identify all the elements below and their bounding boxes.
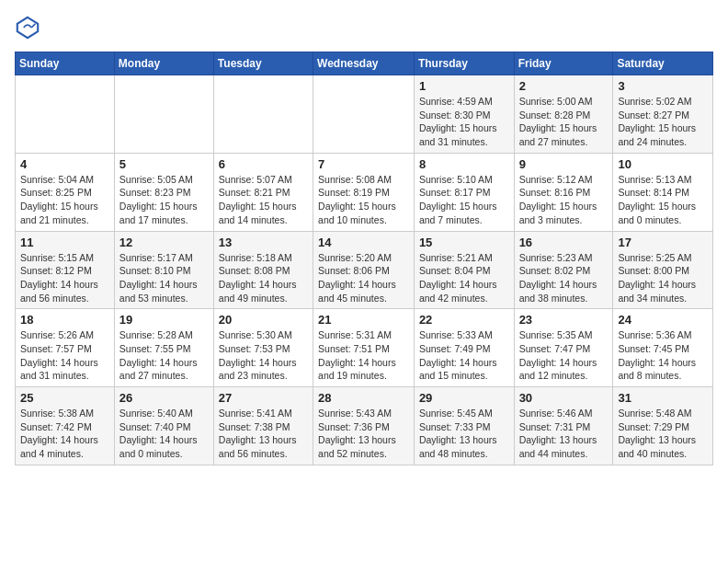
calendar-week-row: 25Sunrise: 5:38 AM Sunset: 7:42 PM Dayli… xyxy=(16,387,713,465)
calendar-cell xyxy=(16,75,115,154)
weekday-header: Saturday xyxy=(613,52,713,75)
weekday-header: Thursday xyxy=(414,52,514,75)
calendar-cell: 10Sunrise: 5:13 AM Sunset: 8:14 PM Dayli… xyxy=(613,153,713,231)
day-info: Sunrise: 5:20 AM Sunset: 8:06 PM Dayligh… xyxy=(318,251,409,305)
day-info: Sunrise: 5:25 AM Sunset: 8:00 PM Dayligh… xyxy=(618,251,708,305)
day-number: 5 xyxy=(119,157,209,171)
day-info: Sunrise: 5:23 AM Sunset: 8:02 PM Dayligh… xyxy=(519,251,609,305)
day-number: 12 xyxy=(119,236,209,249)
day-info: Sunrise: 5:46 AM Sunset: 7:31 PM Dayligh… xyxy=(519,407,609,461)
calendar-cell: 6Sunrise: 5:07 AM Sunset: 8:21 PM Daylig… xyxy=(213,153,313,231)
calendar-cell: 15Sunrise: 5:21 AM Sunset: 8:04 PM Dayli… xyxy=(414,231,514,309)
day-info: Sunrise: 5:43 AM Sunset: 7:36 PM Dayligh… xyxy=(318,407,409,461)
day-info: Sunrise: 5:45 AM Sunset: 7:33 PM Dayligh… xyxy=(419,407,509,461)
calendar-cell: 8Sunrise: 5:10 AM Sunset: 8:17 PM Daylig… xyxy=(414,153,514,231)
day-number: 31 xyxy=(618,391,708,405)
page-header xyxy=(15,15,713,40)
calendar-cell: 26Sunrise: 5:40 AM Sunset: 7:40 PM Dayli… xyxy=(114,387,213,465)
calendar-cell: 2Sunrise: 5:00 AM Sunset: 8:28 PM Daylig… xyxy=(514,75,613,154)
day-number: 30 xyxy=(519,391,609,405)
svg-marker-0 xyxy=(17,17,38,38)
day-number: 27 xyxy=(219,391,308,405)
calendar-table: SundayMondayTuesdayWednesdayThursdayFrid… xyxy=(15,52,713,465)
day-info: Sunrise: 5:31 AM Sunset: 7:51 PM Dayligh… xyxy=(318,328,409,383)
day-info: Sunrise: 5:13 AM Sunset: 8:14 PM Dayligh… xyxy=(618,173,708,227)
day-info: Sunrise: 5:10 AM Sunset: 8:17 PM Dayligh… xyxy=(419,173,509,227)
day-info: Sunrise: 5:02 AM Sunset: 8:27 PM Dayligh… xyxy=(618,95,708,149)
weekday-header: Monday xyxy=(114,52,213,75)
day-number: 15 xyxy=(419,236,509,249)
weekday-header: Tuesday xyxy=(213,52,313,75)
calendar-cell: 18Sunrise: 5:26 AM Sunset: 7:57 PM Dayli… xyxy=(16,309,115,387)
calendar-cell: 22Sunrise: 5:33 AM Sunset: 7:49 PM Dayli… xyxy=(414,309,514,387)
calendar-cell: 21Sunrise: 5:31 AM Sunset: 7:51 PM Dayli… xyxy=(313,309,415,387)
calendar-cell xyxy=(213,75,313,154)
day-info: Sunrise: 5:05 AM Sunset: 8:23 PM Dayligh… xyxy=(119,173,209,227)
day-number: 1 xyxy=(419,79,509,93)
weekday-header: Friday xyxy=(514,52,613,75)
calendar-cell: 11Sunrise: 5:15 AM Sunset: 8:12 PM Dayli… xyxy=(16,231,115,309)
calendar-cell: 1Sunrise: 4:59 AM Sunset: 8:30 PM Daylig… xyxy=(414,75,514,154)
calendar-cell xyxy=(114,75,213,154)
day-info: Sunrise: 5:15 AM Sunset: 8:12 PM Dayligh… xyxy=(20,251,109,305)
calendar-cell: 17Sunrise: 5:25 AM Sunset: 8:00 PM Dayli… xyxy=(613,231,713,309)
day-number: 23 xyxy=(519,313,609,327)
day-number: 25 xyxy=(20,391,109,405)
calendar-week-row: 1Sunrise: 4:59 AM Sunset: 8:30 PM Daylig… xyxy=(16,75,713,154)
day-number: 2 xyxy=(519,79,609,93)
calendar-cell xyxy=(313,75,415,154)
calendar-cell: 13Sunrise: 5:18 AM Sunset: 8:08 PM Dayli… xyxy=(213,231,313,309)
calendar-cell: 19Sunrise: 5:28 AM Sunset: 7:55 PM Dayli… xyxy=(114,309,213,387)
weekday-header: Wednesday xyxy=(313,52,415,75)
day-number: 7 xyxy=(318,157,409,171)
day-info: Sunrise: 5:41 AM Sunset: 7:38 PM Dayligh… xyxy=(219,407,308,461)
day-info: Sunrise: 5:48 AM Sunset: 7:29 PM Dayligh… xyxy=(618,407,708,461)
calendar-cell: 24Sunrise: 5:36 AM Sunset: 7:45 PM Dayli… xyxy=(613,309,713,387)
calendar-week-row: 18Sunrise: 5:26 AM Sunset: 7:57 PM Dayli… xyxy=(16,309,713,387)
day-number: 17 xyxy=(618,236,708,249)
day-info: Sunrise: 5:40 AM Sunset: 7:40 PM Dayligh… xyxy=(119,407,209,461)
day-number: 13 xyxy=(219,236,308,249)
day-number: 10 xyxy=(618,157,708,171)
day-info: Sunrise: 5:30 AM Sunset: 7:53 PM Dayligh… xyxy=(219,328,308,383)
day-info: Sunrise: 5:36 AM Sunset: 7:45 PM Dayligh… xyxy=(618,328,708,383)
day-number: 22 xyxy=(419,313,509,327)
calendar-cell: 9Sunrise: 5:12 AM Sunset: 8:16 PM Daylig… xyxy=(514,153,613,231)
calendar-cell: 5Sunrise: 5:05 AM Sunset: 8:23 PM Daylig… xyxy=(114,153,213,231)
calendar-cell: 3Sunrise: 5:02 AM Sunset: 8:27 PM Daylig… xyxy=(613,75,713,154)
day-number: 3 xyxy=(618,79,708,93)
day-number: 24 xyxy=(618,313,708,327)
day-number: 18 xyxy=(20,313,109,327)
day-info: Sunrise: 5:04 AM Sunset: 8:25 PM Dayligh… xyxy=(20,173,109,227)
calendar-cell: 16Sunrise: 5:23 AM Sunset: 8:02 PM Dayli… xyxy=(514,231,613,309)
day-number: 6 xyxy=(219,157,308,171)
calendar-cell: 27Sunrise: 5:41 AM Sunset: 7:38 PM Dayli… xyxy=(213,387,313,465)
day-info: Sunrise: 5:33 AM Sunset: 7:49 PM Dayligh… xyxy=(419,328,509,383)
day-number: 28 xyxy=(318,391,409,405)
day-info: Sunrise: 5:26 AM Sunset: 7:57 PM Dayligh… xyxy=(20,328,109,383)
calendar-cell: 4Sunrise: 5:04 AM Sunset: 8:25 PM Daylig… xyxy=(16,153,115,231)
day-info: Sunrise: 5:21 AM Sunset: 8:04 PM Dayligh… xyxy=(419,251,509,305)
calendar-week-row: 11Sunrise: 5:15 AM Sunset: 8:12 PM Dayli… xyxy=(16,231,713,309)
day-number: 20 xyxy=(219,313,308,327)
day-info: Sunrise: 5:17 AM Sunset: 8:10 PM Dayligh… xyxy=(119,251,209,305)
calendar-header-row: SundayMondayTuesdayWednesdayThursdayFrid… xyxy=(16,52,713,75)
calendar-cell: 12Sunrise: 5:17 AM Sunset: 8:10 PM Dayli… xyxy=(114,231,213,309)
day-number: 14 xyxy=(318,236,409,249)
day-info: Sunrise: 5:07 AM Sunset: 8:21 PM Dayligh… xyxy=(219,173,308,227)
calendar-cell: 28Sunrise: 5:43 AM Sunset: 7:36 PM Dayli… xyxy=(313,387,415,465)
calendar-cell: 30Sunrise: 5:46 AM Sunset: 7:31 PM Dayli… xyxy=(514,387,613,465)
day-number: 26 xyxy=(119,391,209,405)
day-number: 21 xyxy=(318,313,409,327)
day-info: Sunrise: 5:38 AM Sunset: 7:42 PM Dayligh… xyxy=(20,407,109,461)
day-info: Sunrise: 5:18 AM Sunset: 8:08 PM Dayligh… xyxy=(219,251,308,305)
calendar-cell: 31Sunrise: 5:48 AM Sunset: 7:29 PM Dayli… xyxy=(613,387,713,465)
weekday-header: Sunday xyxy=(16,52,115,75)
calendar-cell: 20Sunrise: 5:30 AM Sunset: 7:53 PM Dayli… xyxy=(213,309,313,387)
day-number: 8 xyxy=(419,157,509,171)
day-info: Sunrise: 5:12 AM Sunset: 8:16 PM Dayligh… xyxy=(519,173,609,227)
calendar-cell: 14Sunrise: 5:20 AM Sunset: 8:06 PM Dayli… xyxy=(313,231,415,309)
calendar-cell: 23Sunrise: 5:35 AM Sunset: 7:47 PM Dayli… xyxy=(514,309,613,387)
calendar-cell: 25Sunrise: 5:38 AM Sunset: 7:42 PM Dayli… xyxy=(16,387,115,465)
day-info: Sunrise: 5:00 AM Sunset: 8:28 PM Dayligh… xyxy=(519,95,609,149)
